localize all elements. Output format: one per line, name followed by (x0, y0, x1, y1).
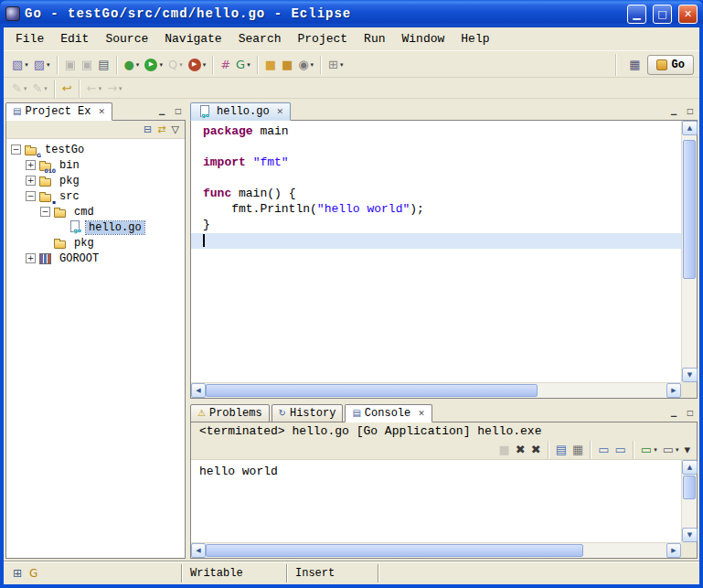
scroll-up-icon[interactable]: ▲ (682, 121, 698, 135)
open-perspective-icon[interactable]: ▦ (626, 55, 643, 75)
minimize-console-icon[interactable]: ▁ (666, 406, 681, 419)
link-with-editor-icon[interactable]: ⇄ (154, 122, 168, 138)
new-go-element-icon[interactable]: ▨▾ (31, 55, 53, 75)
go-build-dropdown-icon[interactable]: ▾ (247, 61, 250, 69)
debug-dropdown-icon[interactable]: ▾ (136, 61, 140, 69)
menu-item-run[interactable]: Run (356, 30, 393, 48)
code-line-7[interactable]: } (191, 218, 681, 233)
menu-item-edit[interactable]: Edit (52, 30, 97, 48)
scroll-lock-icon[interactable]: ▦ (570, 440, 586, 460)
tab-project-explorer[interactable]: ▤ Project Ex ✕ (5, 102, 112, 121)
tree-item-bin[interactable]: +010bin (6, 157, 185, 173)
new-go-element-dropdown-icon[interactable]: ▾ (47, 61, 50, 69)
collapse-toggle-icon[interactable]: − (40, 207, 50, 217)
close-editor-tab-icon[interactable]: ✕ (277, 107, 284, 116)
open-console-dropdown-icon[interactable]: ▾ (654, 446, 657, 454)
new-go-app-icon[interactable]: # (218, 55, 233, 75)
expand-toggle-icon[interactable]: + (26, 253, 36, 263)
expand-toggle-icon[interactable]: + (26, 176, 36, 186)
fast-view-icon[interactable]: ⊞ (13, 567, 22, 580)
close-console-tab-icon[interactable]: ✕ (418, 409, 425, 418)
menu-item-help[interactable]: Help (453, 30, 497, 48)
search-dropdown-icon[interactable]: ▾ (311, 61, 314, 69)
code-area[interactable]: package mainimport "fmt"func main() { fm… (191, 121, 681, 382)
save-all-icon[interactable]: ▣ (79, 55, 95, 75)
show-stderr-icon[interactable]: ▭ (612, 440, 629, 460)
editor-hscroll-track[interactable] (206, 383, 666, 398)
close-window-button[interactable]: ✕ (678, 5, 698, 24)
title-bar[interactable]: Go - testGo/src/cmd/hello.go - Eclipse ▁… (0, 0, 703, 27)
scroll-thumb[interactable] (206, 384, 538, 397)
tree-item-hello-go[interactable]: gohello.go (6, 219, 185, 235)
editor-vertical-scrollbar[interactable]: ▲ ▼ (681, 121, 697, 382)
new-wizard-icon[interactable]: ▧▾ (9, 55, 31, 75)
tree-item-pkg[interactable]: +pkg (6, 173, 185, 188)
last-edit-location-icon[interactable]: ↩ (59, 79, 75, 99)
tree-item-goroot[interactable]: +GOROOT (6, 251, 185, 266)
remove-launch-icon[interactable]: ✖ (513, 440, 528, 460)
open-console-icon[interactable]: ▭▾ (638, 440, 660, 460)
remove-all-launches-icon[interactable]: ✖ (528, 440, 544, 460)
back-icon[interactable]: ←▾ (84, 79, 104, 99)
expand-toggle-icon[interactable]: + (26, 160, 36, 170)
console-horizontal-scrollbar[interactable]: ◀ ▶ (191, 542, 681, 558)
tree-item-cmd[interactable]: −cmd (6, 204, 185, 219)
view-menu-icon[interactable]: ▽ (169, 122, 182, 138)
go-shortcut-icon[interactable]: G (29, 567, 37, 580)
profile-dropdown-icon[interactable]: ▾ (179, 61, 183, 69)
next-annotation-icon[interactable]: ✎▾ (9, 79, 29, 99)
scroll-thumb[interactable] (683, 140, 696, 279)
save-icon[interactable]: ▣ (62, 55, 79, 75)
tab-history[interactable]: ↻History (272, 404, 344, 422)
collapse-toggle-icon[interactable]: − (11, 144, 21, 155)
print-icon[interactable]: ▤ (95, 55, 112, 75)
scroll-right-icon[interactable]: ▶ (666, 543, 681, 558)
code-line-5[interactable]: func main() { (191, 187, 681, 202)
code-line-3[interactable]: import "fmt" (191, 155, 681, 171)
menu-item-search[interactable]: Search (230, 30, 290, 48)
open-toolbox-icon[interactable]: ■ (262, 55, 279, 75)
run-icon[interactable]: ▶▾ (142, 55, 165, 75)
collapse-toggle-icon[interactable]: − (26, 191, 36, 201)
debug-icon[interactable]: ●▾ (122, 55, 143, 75)
scroll-down-icon[interactable]: ▼ (682, 528, 698, 542)
minimize-editor-icon[interactable]: ▁ (666, 104, 681, 117)
display-console-icon[interactable]: ▭▾ (660, 440, 682, 460)
menu-item-source[interactable]: Source (97, 30, 156, 48)
console-output[interactable]: hello world (191, 460, 681, 542)
tree-item-src[interactable]: −▪src (6, 188, 185, 204)
menu-item-window[interactable]: Window (394, 30, 453, 48)
display-console-dropdown-icon[interactable]: ▾ (676, 446, 679, 454)
minimize-window-button[interactable]: ▁ (627, 5, 646, 24)
code-line-8[interactable] (191, 233, 681, 249)
search-icon[interactable]: ◉▾ (295, 55, 316, 75)
profile-icon[interactable]: Q▾ (165, 55, 186, 75)
team-sync-icon[interactable]: ⊞▾ (325, 55, 346, 75)
code-line-6[interactable]: fmt.Println("hello world"); (191, 202, 681, 218)
back-dropdown-icon[interactable]: ▾ (99, 85, 102, 92)
scroll-up-icon[interactable]: ▲ (682, 460, 698, 475)
run-dropdown-icon[interactable]: ▾ (159, 61, 163, 69)
external-tools-icon[interactable]: ▶▾ (186, 55, 209, 75)
tab-problems[interactable]: ⚠Problems (190, 404, 270, 422)
show-stdout-icon[interactable]: ▭ (595, 440, 612, 460)
scroll-thumb[interactable] (683, 476, 696, 499)
console-vscroll-track[interactable] (682, 475, 697, 528)
console-menu-icon[interactable]: ▾ (681, 440, 693, 460)
clear-console-icon[interactable]: ▤ (553, 440, 570, 460)
go-perspective-button[interactable]: Go (647, 55, 694, 75)
maximize-view-icon[interactable]: □ (171, 104, 186, 117)
maximize-window-button[interactable]: □ (653, 5, 672, 24)
terminate-icon[interactable]: ■ (496, 440, 513, 460)
open-archive-icon[interactable]: ■ (279, 55, 295, 75)
menu-item-navigate[interactable]: Navigate (156, 30, 229, 48)
scroll-left-icon[interactable]: ◀ (191, 383, 206, 398)
scroll-right-icon[interactable]: ▶ (666, 383, 681, 398)
prev-annotation-icon[interactable]: ✎▾ (29, 79, 49, 99)
external-tools-dropdown-icon[interactable]: ▾ (203, 61, 207, 69)
tree-item-testgo[interactable]: −GtestGo (6, 142, 185, 157)
new-wizard-dropdown-icon[interactable]: ▾ (25, 61, 28, 69)
forward-dropdown-icon[interactable]: ▾ (119, 85, 122, 92)
code-line-2[interactable] (191, 140, 681, 155)
prev-annotation-dropdown-icon[interactable]: ▾ (44, 85, 48, 92)
